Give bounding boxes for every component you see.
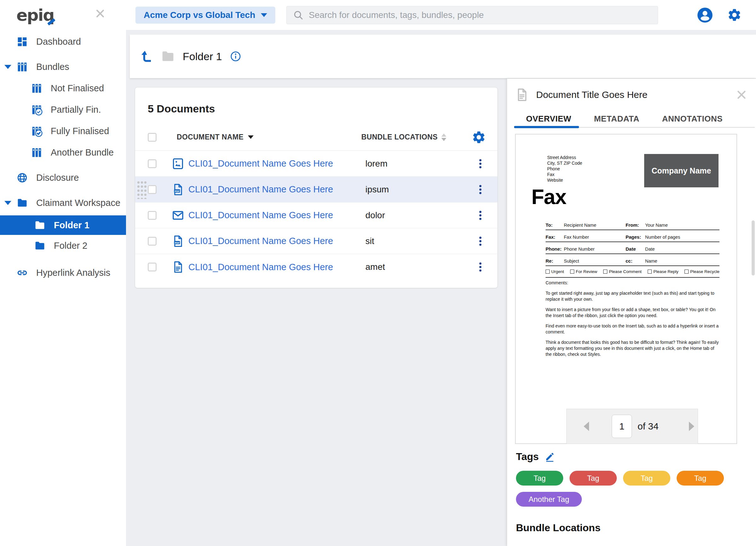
edit-pencil-icon [545,452,555,462]
collapse-arrow-icon[interactable] [4,65,11,69]
row-checkbox[interactable] [148,159,157,168]
gear-icon [727,8,742,22]
tab-overview[interactable]: OVERVIEW [515,112,583,126]
document-link[interactable]: CLI01_Document Name Goes Here [188,236,357,246]
sidebar-item-another-bundle[interactable]: Another Bundle [0,144,126,161]
navigate-up-button[interactable] [140,50,153,63]
sidebar-close-button[interactable] [93,7,107,21]
chevron-down-icon [261,13,267,17]
topbar: Acme Corp vs Global Tech [126,0,756,30]
fax-sender-address: Street Address City, ST ZIP Code Phone F… [547,155,582,183]
sidebar-item-label: Claimant Workspace [36,198,120,208]
sidebar-item-claimant-workspace[interactable]: Claimant Workspace [0,194,126,212]
sidebar-item-disclosure[interactable]: Disclosure [0,169,126,187]
table-row-selected[interactable]: CLI01_Document Name Goes Here ipsum [135,177,497,203]
tag-pill[interactable]: Tag [677,471,724,486]
document-link[interactable]: CLI01_Document Name Goes Here [188,262,357,273]
table-row[interactable]: CLI01_Document Name Goes Here sit [135,228,497,254]
table-row[interactable]: CLI01_Document Name Goes Here lorem [135,151,497,177]
epiq-logo: epiepiqq [16,6,54,25]
sidebar-item-fully-finalised[interactable]: Fully Finalised [0,122,126,140]
page-number-input[interactable] [612,415,632,438]
row-checkbox[interactable] [148,237,157,246]
sidebar-item-label: Hyperlink Analysis [36,268,110,278]
document-icon [515,88,529,102]
logo-row: epiepiqq [0,0,126,30]
settings-button[interactable] [727,8,742,22]
row-menu-button[interactable] [475,158,486,170]
row-menu-button[interactable] [475,236,486,247]
tag-pill[interactable]: Tag [516,471,563,486]
bundle-location-value: dolor [365,210,475,221]
tag-pill[interactable]: Another Tag [516,492,582,507]
global-search[interactable] [286,6,658,24]
main-content: Folder 1 5 Documents DOCUMENT NAME BUNDL… [126,30,756,546]
sidebar-item-folder-1[interactable]: Folder 1 [0,216,126,235]
table-row[interactable]: CLI01_Document Name Goes Here dolor [135,203,497,228]
column-header-bundle-locations[interactable]: BUNDLE LOCATIONS [361,133,472,141]
collapse-arrow-icon[interactable] [4,201,11,205]
previous-page-button[interactable] [584,422,589,431]
case-selector-label: Acme Corp vs Global Tech [144,10,255,20]
document-link[interactable]: CLI01_Document Name Goes Here [188,158,357,169]
document-preview-panel: Document Title Goes Here OVERVIEW METADA… [507,79,756,546]
kebab-menu-icon [475,210,486,221]
fax-form: To:Recipient Name From:Your Name Fax:Fax… [546,218,719,266]
row-menu-button[interactable] [475,184,486,195]
tag-pill[interactable]: Tag [570,471,617,486]
sidebar: epiepiqq Dashboard Bundles Not Finalised… [0,0,126,546]
sidebar-item-partially-finalised[interactable]: Partially Fin. [0,101,126,118]
sidebar-item-label: Not Finalised [51,83,104,94]
search-input[interactable] [309,10,651,20]
app-window: epiepiqq Dashboard Bundles Not Finalised… [0,0,756,546]
sidebar-item-not-finalised[interactable]: Not Finalised [0,79,126,97]
column-header-document-name[interactable]: DOCUMENT NAME [177,133,361,141]
search-icon [293,10,304,20]
sidebar-item-dashboard[interactable]: Dashboard [0,33,126,50]
sidebar-item-folder-2[interactable]: Folder 2 [0,237,126,255]
panel-scrollbar[interactable] [752,221,755,275]
tab-metadata[interactable]: METADATA [583,112,651,126]
tag-pill[interactable]: Tag [623,471,670,486]
document-link[interactable]: CLI01_Document Name Goes Here [188,210,357,221]
user-avatar-icon [697,7,713,23]
tag-pills: Tag Tag Tag Tag Another Tag [516,471,733,507]
table-row[interactable]: CLI01_Document Name Goes Here amet [135,254,497,280]
document-link[interactable]: CLI01_Document Name Goes Here [188,184,357,195]
row-menu-button[interactable] [475,262,486,273]
bundle-locations-heading: Bundle Locations [516,522,747,534]
row-checkbox[interactable] [148,211,157,220]
tab-annotations[interactable]: ANNOTATIONS [651,112,734,126]
page-navigation: of 34 [566,409,698,444]
sidebar-item-label: Bundles [36,62,69,72]
bundle-location-value: lorem [365,159,475,169]
table-header: DOCUMENT NAME BUNDLE LOCATIONS [135,124,497,151]
user-account-button[interactable] [697,7,713,23]
tags-section: Tags Tag Tag Tag Tag Another Tag [516,451,747,507]
row-checkbox[interactable] [148,263,157,272]
fax-checkbox-row: Urgent For Review Please Comment Please … [546,269,719,278]
document-preview-page: Street Address City, ST ZIP Code Phone F… [515,134,737,444]
link-icon [16,267,28,279]
image-file-icon [171,157,185,170]
case-selector-dropdown[interactable]: Acme Corp vs Global Tech [135,7,275,24]
row-checkbox[interactable] [148,185,157,194]
sort-desc-icon [248,135,254,139]
select-all-checkbox[interactable] [148,133,157,142]
tags-heading: Tags [516,451,539,463]
row-menu-button[interactable] [475,210,486,221]
bundle-check-icon [31,125,43,137]
next-page-button[interactable] [689,422,694,431]
topbar-icons [697,7,756,23]
table-settings-button[interactable] [472,130,486,145]
edit-tags-button[interactable] [545,452,555,462]
sidebar-item-bundles[interactable]: Bundles [0,58,126,76]
sort-toggle-icon [441,134,446,141]
drag-handle[interactable] [136,180,146,199]
folder-info-button[interactable] [230,50,242,62]
sidebar-item-hyperlink-analysis[interactable]: Hyperlink Analysis [0,264,126,281]
preview-document-title: Document Title Goes Here [536,89,729,100]
pdf-file-icon [171,235,185,248]
preview-tabs: OVERVIEW METADATA ANNOTATIONS [515,112,734,126]
preview-close-button[interactable] [736,89,747,101]
